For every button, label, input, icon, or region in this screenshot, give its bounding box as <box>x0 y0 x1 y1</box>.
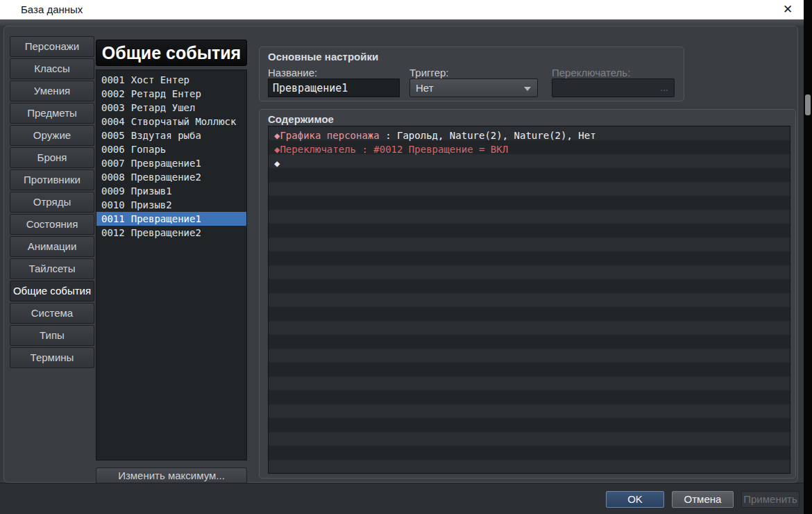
sidebar-tab-enemies[interactable]: Противники <box>10 169 94 190</box>
basic-settings-group: Основные настройки Название: Триггер: Не… <box>259 47 684 101</box>
sidebar-tab-weapons[interactable]: Оружие <box>10 125 94 146</box>
sidebar-tab-common-events[interactable]: Общие события <box>10 281 94 301</box>
close-icon[interactable]: ✕ <box>779 2 797 17</box>
list-item[interactable]: 0010Призыв2 <box>96 198 246 212</box>
switch-label: Переключатель: <box>552 67 630 78</box>
list-item[interactable]: 0007Превращение1 <box>96 156 246 170</box>
sidebar-tab-types[interactable]: Типы <box>10 325 94 346</box>
sidebar-tab-animations[interactable]: Анимации <box>10 236 94 257</box>
list-item[interactable]: 0001Хост Ентер <box>96 73 246 87</box>
list-item[interactable]: 0002Ретард Ентер <box>96 87 246 101</box>
name-input[interactable] <box>268 78 400 97</box>
window-title: База данных <box>21 3 83 15</box>
list-item[interactable]: 0005Вздутая рыба <box>96 128 246 142</box>
ok-button[interactable]: OK <box>606 491 664 508</box>
sidebar-tab-items[interactable]: Предметы <box>10 103 94 124</box>
chevron-down-icon <box>524 87 531 91</box>
contents-title: Содержимое <box>268 113 334 125</box>
tab-page-panel: Персонажи Классы Умения Предметы Оружие … <box>3 26 798 483</box>
list-item-selected[interactable]: 0011Превращение1 <box>96 212 246 226</box>
list-item[interactable]: 0003Ретард Ушел <box>96 101 246 115</box>
desktop-edge <box>804 0 812 514</box>
list-item[interactable]: 0004Створчатый Моллюск <box>96 115 246 128</box>
sidebar-tab-terms[interactable]: Термины <box>10 347 94 368</box>
title-bar: База данных ✕ <box>0 0 804 19</box>
sidebar-tab-tilesets[interactable]: Тайлсеты <box>10 258 94 279</box>
event-command-row[interactable]: ◆ <box>269 156 790 170</box>
event-command-list: ◆Графика персонажа : Гарольд, Nature(2),… <box>268 126 790 474</box>
edge-scrollbar-thumb <box>805 94 811 115</box>
dialog-footer: OK Отмена Применить <box>0 483 804 514</box>
cancel-button[interactable]: Отмена <box>672 491 734 508</box>
database-dialog: Персонажи Классы Умения Предметы Оружие … <box>0 19 804 514</box>
change-maximum-button[interactable]: Изменить максимум... <box>96 467 247 484</box>
sidebar-tab-characters[interactable]: Персонажи <box>10 36 94 57</box>
trigger-select[interactable]: Нет <box>409 78 538 97</box>
contents-group: Содержимое ◆Графика персонажа : Гарольд,… <box>259 109 796 479</box>
apply-button[interactable]: Применить <box>741 491 800 508</box>
switch-field: ... <box>552 78 675 97</box>
common-events-list: 0001Хост Ентер 0002Ретард Ентер 0003Рета… <box>96 69 247 461</box>
basic-settings-title: Основные настройки <box>268 51 378 63</box>
sidebar-tab-armors[interactable]: Броня <box>10 147 94 168</box>
sidebar-tab-classes[interactable]: Классы <box>10 58 94 79</box>
sidebar-tab-states[interactable]: Состояния <box>10 214 94 235</box>
event-command-row[interactable]: ◆Графика персонажа : Гарольд, Nature(2),… <box>269 128 790 142</box>
sidebar-tab-skills[interactable]: Умения <box>10 81 94 101</box>
list-item[interactable]: 0006Гопарь <box>96 142 246 156</box>
list-item[interactable]: 0012Превращение2 <box>96 226 246 240</box>
event-command-row[interactable]: ◆Переключатель : #0012 Превращение = ВКЛ <box>269 142 790 156</box>
sidebar-tab-system[interactable]: Система <box>10 303 94 324</box>
sidebar-tab-troops[interactable]: Отряды <box>10 192 94 213</box>
name-label: Название: <box>268 67 317 78</box>
browse-button: ... <box>660 79 668 97</box>
trigger-label: Триггер: <box>409 67 449 78</box>
sidebar: Персонажи Классы Умения Предметы Оружие … <box>10 36 94 370</box>
list-panel-header: Общие события <box>96 40 247 66</box>
list-item[interactable]: 0008Превращение2 <box>96 170 246 184</box>
list-item[interactable]: 0009Призыв1 <box>96 184 246 198</box>
trigger-value: Нет <box>416 82 434 94</box>
